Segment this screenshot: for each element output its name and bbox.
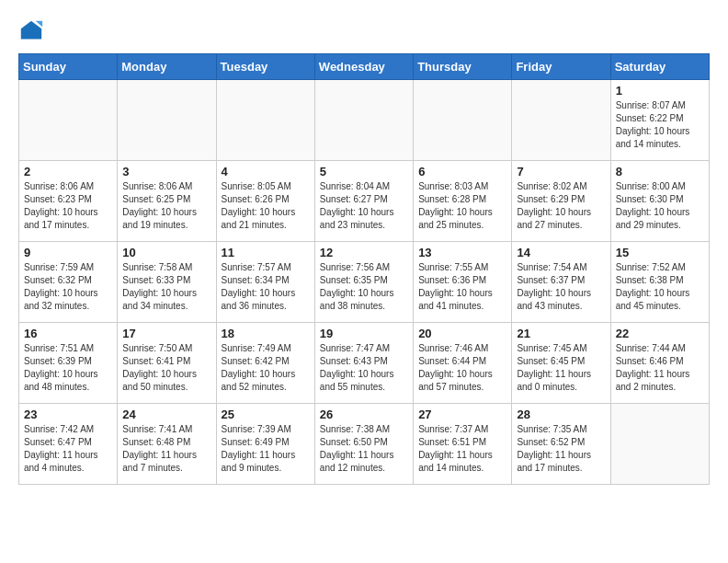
day-number: 25 [222, 408, 310, 421]
day-number: 6 [418, 165, 506, 178]
logo-icon [18, 18, 44, 44]
day-number: 10 [122, 246, 210, 259]
calendar-cell: 2Sunrise: 8:06 AM Sunset: 6:23 PM Daylig… [19, 161, 118, 242]
calendar-week-row: 23Sunrise: 7:42 AM Sunset: 6:47 PM Dayli… [19, 404, 710, 485]
day-number: 11 [222, 246, 310, 259]
calendar-cell: 27Sunrise: 7:37 AM Sunset: 6:51 PM Dayli… [414, 404, 512, 485]
day-number: 16 [24, 327, 112, 340]
header [18, 18, 710, 44]
calendar-week-row: 16Sunrise: 7:51 AM Sunset: 6:39 PM Dayli… [19, 323, 710, 404]
day-number: 14 [517, 246, 605, 259]
day-number: 15 [616, 246, 704, 259]
day-number: 5 [320, 165, 408, 178]
day-number: 7 [517, 165, 605, 178]
day-number: 22 [616, 327, 704, 340]
calendar-cell: 23Sunrise: 7:42 AM Sunset: 6:47 PM Dayli… [19, 404, 118, 485]
day-number: 2 [24, 165, 112, 178]
calendar-cell: 13Sunrise: 7:55 AM Sunset: 6:36 PM Dayli… [414, 242, 512, 323]
calendar-cell: 7Sunrise: 8:02 AM Sunset: 6:29 PM Daylig… [512, 161, 610, 242]
day-info: Sunrise: 8:06 AM Sunset: 6:23 PM Dayligh… [24, 180, 112, 232]
calendar-cell: 8Sunrise: 8:00 AM Sunset: 6:30 PM Daylig… [610, 161, 709, 242]
day-info: Sunrise: 7:51 AM Sunset: 6:39 PM Dayligh… [24, 342, 112, 394]
calendar-cell: 3Sunrise: 8:06 AM Sunset: 6:25 PM Daylig… [118, 161, 216, 242]
calendar-week-row: 2Sunrise: 8:06 AM Sunset: 6:23 PM Daylig… [19, 161, 710, 242]
day-info: Sunrise: 7:37 AM Sunset: 6:51 PM Dayligh… [418, 423, 506, 475]
calendar-cell: 15Sunrise: 7:52 AM Sunset: 6:38 PM Dayli… [610, 242, 709, 323]
calendar-cell [414, 80, 512, 161]
day-of-week-header: Thursday [414, 54, 512, 80]
day-number: 13 [418, 246, 506, 259]
day-number: 18 [222, 327, 310, 340]
day-info: Sunrise: 8:03 AM Sunset: 6:28 PM Dayligh… [418, 180, 506, 232]
day-info: Sunrise: 7:47 AM Sunset: 6:43 PM Dayligh… [320, 342, 408, 394]
calendar-cell: 6Sunrise: 8:03 AM Sunset: 6:28 PM Daylig… [414, 161, 512, 242]
day-info: Sunrise: 7:35 AM Sunset: 6:52 PM Dayligh… [517, 423, 605, 475]
calendar-week-row: 9Sunrise: 7:59 AM Sunset: 6:32 PM Daylig… [19, 242, 710, 323]
calendar-cell: 18Sunrise: 7:49 AM Sunset: 6:42 PM Dayli… [216, 323, 314, 404]
calendar-cell [216, 80, 314, 161]
calendar-header-row: SundayMondayTuesdayWednesdayThursdayFrid… [19, 54, 710, 80]
day-number: 23 [24, 408, 112, 421]
calendar-cell [610, 404, 709, 485]
day-number: 24 [122, 408, 210, 421]
calendar-cell: 28Sunrise: 7:35 AM Sunset: 6:52 PM Dayli… [512, 404, 610, 485]
day-number: 17 [122, 327, 210, 340]
logo [18, 18, 48, 44]
day-info: Sunrise: 8:00 AM Sunset: 6:30 PM Dayligh… [616, 180, 704, 232]
day-info: Sunrise: 8:05 AM Sunset: 6:26 PM Dayligh… [222, 180, 310, 232]
day-info: Sunrise: 7:45 AM Sunset: 6:45 PM Dayligh… [517, 342, 605, 394]
day-of-week-header: Saturday [610, 54, 709, 80]
day-info: Sunrise: 7:59 AM Sunset: 6:32 PM Dayligh… [24, 261, 112, 313]
day-info: Sunrise: 7:58 AM Sunset: 6:33 PM Dayligh… [122, 261, 210, 313]
day-number: 21 [517, 327, 605, 340]
calendar-cell: 24Sunrise: 7:41 AM Sunset: 6:48 PM Dayli… [118, 404, 216, 485]
calendar-cell: 21Sunrise: 7:45 AM Sunset: 6:45 PM Dayli… [512, 323, 610, 404]
day-number: 20 [418, 327, 506, 340]
calendar-cell: 19Sunrise: 7:47 AM Sunset: 6:43 PM Dayli… [314, 323, 413, 404]
day-info: Sunrise: 7:55 AM Sunset: 6:36 PM Dayligh… [418, 261, 506, 313]
day-info: Sunrise: 7:44 AM Sunset: 6:46 PM Dayligh… [616, 342, 704, 394]
day-number: 1 [616, 84, 704, 98]
day-info: Sunrise: 7:49 AM Sunset: 6:42 PM Dayligh… [222, 342, 310, 394]
calendar-cell: 16Sunrise: 7:51 AM Sunset: 6:39 PM Dayli… [19, 323, 118, 404]
day-of-week-header: Sunday [19, 54, 118, 80]
calendar-cell: 25Sunrise: 7:39 AM Sunset: 6:49 PM Dayli… [216, 404, 314, 485]
calendar-cell: 26Sunrise: 7:38 AM Sunset: 6:50 PM Dayli… [314, 404, 413, 485]
calendar-cell: 22Sunrise: 7:44 AM Sunset: 6:46 PM Dayli… [610, 323, 709, 404]
day-of-week-header: Friday [512, 54, 610, 80]
day-info: Sunrise: 7:56 AM Sunset: 6:35 PM Dayligh… [320, 261, 408, 313]
calendar-cell: 5Sunrise: 8:04 AM Sunset: 6:27 PM Daylig… [314, 161, 413, 242]
calendar-cell: 11Sunrise: 7:57 AM Sunset: 6:34 PM Dayli… [216, 242, 314, 323]
calendar-cell: 1Sunrise: 8:07 AM Sunset: 6:22 PM Daylig… [610, 80, 709, 161]
day-number: 26 [320, 408, 408, 421]
calendar-cell [19, 80, 118, 161]
calendar-cell: 20Sunrise: 7:46 AM Sunset: 6:44 PM Dayli… [414, 323, 512, 404]
calendar-cell: 14Sunrise: 7:54 AM Sunset: 6:37 PM Dayli… [512, 242, 610, 323]
day-info: Sunrise: 7:42 AM Sunset: 6:47 PM Dayligh… [24, 423, 112, 475]
day-number: 4 [222, 165, 310, 178]
day-of-week-header: Monday [118, 54, 216, 80]
day-info: Sunrise: 8:06 AM Sunset: 6:25 PM Dayligh… [122, 180, 210, 232]
day-number: 27 [418, 408, 506, 421]
day-number: 19 [320, 327, 408, 340]
calendar-cell [314, 80, 413, 161]
day-info: Sunrise: 7:57 AM Sunset: 6:34 PM Dayligh… [222, 261, 310, 313]
day-number: 8 [616, 165, 704, 178]
day-of-week-header: Wednesday [314, 54, 413, 80]
day-info: Sunrise: 8:04 AM Sunset: 6:27 PM Dayligh… [320, 180, 408, 232]
day-info: Sunrise: 8:07 AM Sunset: 6:22 PM Dayligh… [616, 99, 704, 151]
svg-marker-0 [21, 21, 41, 40]
calendar-week-row: 1Sunrise: 8:07 AM Sunset: 6:22 PM Daylig… [19, 80, 710, 161]
day-info: Sunrise: 7:38 AM Sunset: 6:50 PM Dayligh… [320, 423, 408, 475]
calendar-cell: 12Sunrise: 7:56 AM Sunset: 6:35 PM Dayli… [314, 242, 413, 323]
calendar-cell: 10Sunrise: 7:58 AM Sunset: 6:33 PM Dayli… [118, 242, 216, 323]
calendar-cell: 9Sunrise: 7:59 AM Sunset: 6:32 PM Daylig… [19, 242, 118, 323]
calendar-cell [512, 80, 610, 161]
calendar-cell: 4Sunrise: 8:05 AM Sunset: 6:26 PM Daylig… [216, 161, 314, 242]
day-info: Sunrise: 7:54 AM Sunset: 6:37 PM Dayligh… [517, 261, 605, 313]
day-number: 9 [24, 246, 112, 259]
day-of-week-header: Tuesday [216, 54, 314, 80]
day-info: Sunrise: 7:52 AM Sunset: 6:38 PM Dayligh… [616, 261, 704, 313]
day-info: Sunrise: 7:46 AM Sunset: 6:44 PM Dayligh… [418, 342, 506, 394]
calendar: SundayMondayTuesdayWednesdayThursdayFrid… [18, 53, 710, 485]
